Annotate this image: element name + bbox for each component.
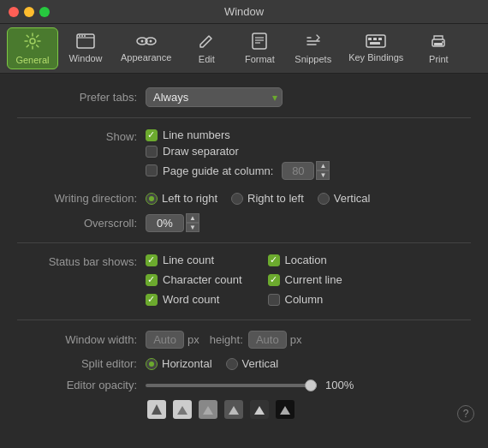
maximize-button[interactable] <box>39 7 50 17</box>
column-row: Column <box>268 293 342 306</box>
overscroll-stepper: ▲ ▼ <box>146 213 199 232</box>
window-width-label: Window width: <box>17 333 146 346</box>
tab-window-label: Window <box>68 53 102 63</box>
tab-window[interactable]: Window <box>60 29 111 68</box>
opacity-slider-container: 100% <box>146 379 360 391</box>
swatch-black[interactable] <box>276 400 295 419</box>
tab-general-label: General <box>15 55 49 65</box>
svg-marker-24 <box>203 406 213 415</box>
horizontal-label: Horizontal <box>162 357 212 370</box>
current-line-checkbox[interactable] <box>268 274 280 286</box>
close-button[interactable] <box>9 7 19 17</box>
vertical-split-option[interactable]: Vertical <box>226 357 279 370</box>
tab-format-label: Format <box>245 54 275 64</box>
line-count-checkbox[interactable] <box>146 254 158 266</box>
svg-rect-14 <box>366 35 385 47</box>
swatch-dark[interactable] <box>224 400 243 419</box>
px-label-1: px <box>187 333 199 346</box>
draw-separator-checkbox[interactable] <box>146 146 158 158</box>
column-checkbox[interactable] <box>268 294 280 306</box>
swatch-light-1[interactable] <box>147 400 166 419</box>
window-height-input[interactable] <box>248 331 287 349</box>
svg-point-3 <box>79 35 80 37</box>
swatch-medium[interactable] <box>199 400 217 419</box>
page-guide-decrement[interactable]: ▼ <box>316 170 330 180</box>
line-numbers-label: Line numbers <box>163 128 230 141</box>
tab-format[interactable]: Format <box>234 28 285 69</box>
vertical-radio[interactable] <box>318 193 330 205</box>
svg-point-5 <box>84 35 86 37</box>
show-row: Show: Line numbers Draw separator Page g… <box>17 128 471 183</box>
minimize-button[interactable] <box>24 7 34 17</box>
ltr-option[interactable]: Left to right <box>146 192 217 205</box>
opacity-value: 100% <box>325 379 360 391</box>
swatch-light-2[interactable] <box>173 400 192 419</box>
rtl-option[interactable]: Right to left <box>231 192 304 205</box>
svg-rect-17 <box>378 38 382 40</box>
window-controls[interactable] <box>9 7 50 17</box>
prefer-tabs-select[interactable]: Always In Full Screen Never <box>146 87 283 107</box>
character-count-checkbox[interactable] <box>146 274 158 286</box>
horizontal-radio[interactable] <box>146 358 158 370</box>
tab-general[interactable]: General <box>7 27 58 69</box>
line-numbers-checkbox[interactable] <box>146 129 158 141</box>
prefer-tabs-row: Prefer tabs: Always In Full Screen Never <box>17 87 471 107</box>
height-label: height: <box>210 333 243 346</box>
page-guide-stepper: ▲ ▼ <box>282 161 330 180</box>
page-guide-label: Page guide at column: <box>163 164 273 177</box>
tab-appearance-label: Appearance <box>121 52 171 63</box>
word-count-label: Word count <box>163 293 219 306</box>
print-icon <box>430 33 447 52</box>
tab-print[interactable]: Print <box>413 28 464 69</box>
svg-marker-26 <box>254 406 265 415</box>
page-guide-input[interactable] <box>282 162 314 180</box>
svg-marker-25 <box>229 406 239 415</box>
swatch-darker[interactable] <box>250 400 269 419</box>
title-bar: Window <box>0 0 488 24</box>
horizontal-split-option[interactable]: Horizontal <box>146 357 212 370</box>
writing-direction-label: Writing direction: <box>17 192 146 205</box>
tab-keybindings[interactable]: Key Bindings <box>341 30 411 67</box>
show-label: Show: <box>17 128 146 143</box>
svg-rect-20 <box>434 43 443 45</box>
window-width-input[interactable] <box>146 331 184 349</box>
svg-marker-23 <box>177 406 187 415</box>
snippets-icon <box>305 33 322 52</box>
window-size-row: Window width: px height: px <box>17 331 471 349</box>
tab-edit[interactable]: Edit <box>181 28 232 69</box>
vertical-option[interactable]: Vertical <box>318 192 371 205</box>
tab-appearance[interactable]: Appearance <box>113 30 179 67</box>
opacity-swatches-row <box>17 400 471 419</box>
svg-marker-22 <box>152 404 162 415</box>
edit-icon <box>198 33 215 52</box>
overscroll-decrement[interactable]: ▼ <box>186 223 199 232</box>
line-numbers-row: Line numbers <box>146 128 330 141</box>
location-label: Location <box>285 254 327 266</box>
page-guide-increment[interactable]: ▲ <box>316 161 330 170</box>
divider-1 <box>17 117 471 118</box>
word-count-row: Word count <box>146 293 242 306</box>
window-icon <box>76 33 95 51</box>
show-options: Line numbers Draw separator Page guide a… <box>146 128 330 183</box>
rtl-radio[interactable] <box>231 193 243 205</box>
split-editor-options: Horizontal Vertical <box>146 357 278 370</box>
current-line-label: Current line <box>285 273 342 286</box>
status-bar-col2: Location Current line Column <box>268 254 342 309</box>
overscroll-increment[interactable]: ▲ <box>186 213 199 223</box>
opacity-slider[interactable] <box>146 384 317 387</box>
ltr-label: Left to right <box>162 192 217 205</box>
svg-point-4 <box>81 35 83 37</box>
location-row: Location <box>268 254 342 266</box>
keybindings-icon <box>366 34 386 51</box>
page-guide-checkbox[interactable] <box>146 164 158 176</box>
line-count-label: Line count <box>163 254 214 266</box>
vertical-split-radio[interactable] <box>226 358 238 370</box>
word-count-checkbox[interactable] <box>146 294 158 306</box>
rtl-label: Right to left <box>247 192 304 205</box>
tab-snippets[interactable]: Snippets <box>287 28 339 69</box>
svg-rect-16 <box>373 38 377 40</box>
help-button[interactable]: ? <box>457 405 474 422</box>
location-checkbox[interactable] <box>268 254 280 266</box>
ltr-radio[interactable] <box>146 193 158 205</box>
overscroll-input[interactable] <box>146 214 184 232</box>
